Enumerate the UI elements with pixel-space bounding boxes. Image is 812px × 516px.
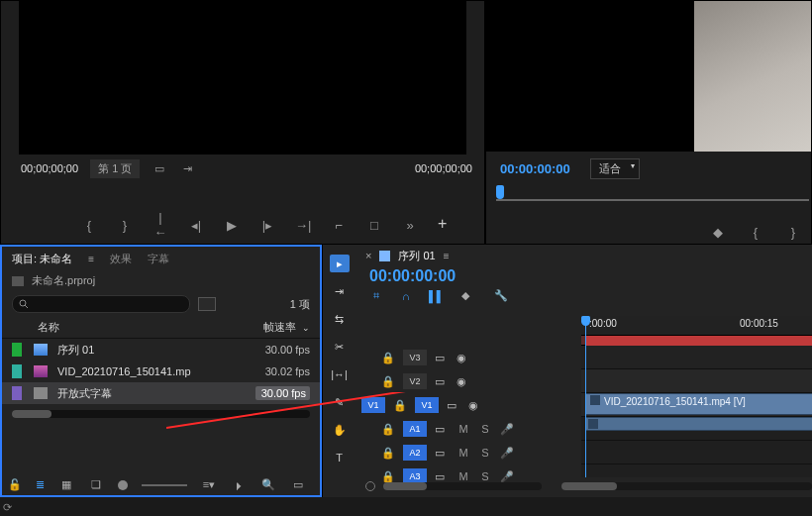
automate-icon[interactable]: ⏵ xyxy=(231,479,247,491)
bin-icon[interactable] xyxy=(198,297,216,311)
add-marker-icon[interactable]: ▌▌ xyxy=(429,290,443,302)
project-h-scrollbar[interactable] xyxy=(12,410,310,418)
voiceover-icon[interactable]: 🎤 xyxy=(500,423,514,436)
track-badge[interactable]: A2 xyxy=(403,445,427,461)
pen-tool-icon[interactable]: ✎ xyxy=(330,393,350,411)
project-row-video[interactable]: VID_20210716_150141.mp 30.02 fps xyxy=(2,361,320,382)
fit-width-icon[interactable]: ⇥ xyxy=(179,162,195,175)
overwrite-icon[interactable]: □ xyxy=(366,218,382,233)
project-row-sequence[interactable]: 序列 01 30.00 fps xyxy=(2,339,320,361)
clip-audio[interactable] xyxy=(585,417,812,431)
marker-icon[interactable]: ◆ xyxy=(458,289,472,302)
lock-icon[interactable]: 🔒 xyxy=(393,399,407,412)
razor-tool-icon[interactable]: ✂ xyxy=(330,338,350,356)
playhead[interactable] xyxy=(585,316,586,477)
timeline-h-scrollbar[interactable] xyxy=(561,482,812,490)
mark-in-icon[interactable]: { xyxy=(748,225,763,240)
zoom-handle-icon[interactable] xyxy=(118,480,128,490)
timeline-tracks-area[interactable]: :00:00 00:00:15 VID_20210716_150141.mp4 … xyxy=(581,316,812,477)
track-select-tool-icon[interactable]: ⇥ xyxy=(330,282,350,300)
project-row-caption[interactable]: 开放式字幕 30.00 fps xyxy=(2,382,320,404)
marker-icon[interactable]: ◆ xyxy=(710,225,726,240)
tab-effects[interactable]: 效果 xyxy=(110,252,132,266)
clip-video[interactable]: VID_20210716_150141.mp4 [V] xyxy=(585,393,812,415)
track-height-slider[interactable] xyxy=(383,482,542,490)
sync-lock-icon[interactable]: ▭ xyxy=(435,447,449,460)
time-ruler[interactable]: :00:00 00:00:15 xyxy=(581,316,812,336)
track-header-v3[interactable]: 🔒 V3 ▭ ◉ xyxy=(355,346,581,369)
page-indicator[interactable]: 第 1 页 xyxy=(90,159,140,178)
chevron-down-icon[interactable]: ⌄ xyxy=(302,323,310,333)
search-input[interactable] xyxy=(12,295,190,313)
icon-view-icon[interactable]: ▦ xyxy=(58,478,74,491)
track-header-v1[interactable]: V1 🔒 V1 ▭ ◉ xyxy=(355,393,581,417)
zoom-handle-icon[interactable] xyxy=(365,481,375,491)
program-canvas[interactable] xyxy=(694,1,811,152)
lock-icon[interactable]: 🔒 xyxy=(381,352,395,364)
linked-selection-icon[interactable]: ∩ xyxy=(399,290,413,302)
tab-captions[interactable]: 字幕 xyxy=(148,252,169,266)
format-icon[interactable]: ▭ xyxy=(152,162,167,175)
settings-icon[interactable]: 🔧 xyxy=(494,289,508,302)
mute-icon[interactable]: M xyxy=(457,423,470,435)
go-to-out-icon[interactable]: →| xyxy=(295,218,311,233)
export-frame-icon[interactable]: » xyxy=(402,218,418,233)
eye-icon[interactable]: ◉ xyxy=(468,399,482,412)
program-scrubber[interactable] xyxy=(496,185,809,203)
scrubber-track[interactable] xyxy=(496,199,809,201)
step-back-icon[interactable]: ◂| xyxy=(188,218,204,233)
mark-in-icon[interactable]: { xyxy=(81,218,97,233)
list-view-icon[interactable]: ≣ xyxy=(36,478,45,491)
scrubber-playhead[interactable] xyxy=(496,185,504,199)
solo-icon[interactable]: S xyxy=(478,447,492,459)
write-lock-icon[interactable]: 🔓 xyxy=(8,478,22,491)
source-patch-v1[interactable]: V1 xyxy=(361,397,385,413)
col-fps-header[interactable]: 帧速率 xyxy=(227,320,296,335)
program-timecode[interactable]: 00:00:00:00 xyxy=(500,161,570,176)
panel-menu-icon[interactable]: ≡ xyxy=(88,254,94,264)
add-button-icon[interactable]: + xyxy=(438,217,454,233)
track-a3[interactable] xyxy=(581,464,812,477)
zoom-slider[interactable] xyxy=(142,484,187,486)
track-header-v2[interactable]: 🔒 V2 ▭ ◉ xyxy=(355,369,581,393)
selection-tool-icon[interactable]: ▸ xyxy=(330,255,350,272)
panel-menu-icon[interactable]: ≡ xyxy=(444,251,450,261)
zoom-fit-dropdown[interactable]: 适合 xyxy=(590,158,640,179)
track-v2[interactable] xyxy=(581,369,812,393)
insert-icon[interactable]: ⌐ xyxy=(331,218,347,233)
mark-out-icon[interactable]: } xyxy=(117,218,133,233)
track-badge[interactable]: V1 xyxy=(415,397,439,413)
ripple-edit-tool-icon[interactable]: ⇆ xyxy=(330,310,350,328)
mute-icon[interactable]: M xyxy=(457,447,470,459)
track-header-a2[interactable]: 🔒 A2 ▭ M S 🎤 xyxy=(355,441,581,464)
col-name-header[interactable]: 名称 xyxy=(12,320,227,335)
sync-lock-icon[interactable]: ▭ xyxy=(435,375,449,388)
step-forward-icon[interactable]: |▸ xyxy=(259,218,275,233)
snap-icon[interactable]: ⌗ xyxy=(369,289,383,302)
hand-tool-icon[interactable]: ✋ xyxy=(330,421,350,439)
project-scroll-thumb[interactable] xyxy=(12,410,51,418)
track-v3[interactable] xyxy=(581,346,812,369)
lock-icon[interactable]: 🔒 xyxy=(381,447,395,460)
find-icon[interactable]: 🔍 xyxy=(260,478,276,491)
solo-icon[interactable]: S xyxy=(478,423,492,435)
go-to-in-icon[interactable]: |← xyxy=(152,210,168,240)
close-tab-icon[interactable]: × xyxy=(365,250,371,261)
scroll-thumb[interactable] xyxy=(561,482,617,490)
track-badge[interactable]: A1 xyxy=(403,421,427,437)
track-badge[interactable]: V3 xyxy=(403,350,427,365)
mark-out-icon[interactable]: } xyxy=(785,225,801,240)
sync-lock-icon[interactable]: ▭ xyxy=(435,352,449,364)
eye-icon[interactable]: ◉ xyxy=(457,352,470,364)
slip-tool-icon[interactable]: |↔| xyxy=(330,365,350,383)
lock-icon[interactable]: 🔒 xyxy=(381,423,395,436)
sort-icon[interactable]: ≡▾ xyxy=(201,478,217,491)
sync-lock-icon[interactable]: ▭ xyxy=(447,399,460,412)
play-icon[interactable]: ▶ xyxy=(224,218,240,233)
timeline-timecode[interactable]: 00:00:00:00 xyxy=(355,266,812,286)
sync-lock-icon[interactable]: ▭ xyxy=(435,423,449,436)
track-header-a1[interactable]: 🔒 A1 ▭ M S 🎤 xyxy=(355,417,581,441)
slider-thumb[interactable] xyxy=(383,482,427,490)
freeform-view-icon[interactable]: ❏ xyxy=(88,478,104,491)
timeline-sequence-name[interactable]: 序列 01 xyxy=(398,249,435,263)
